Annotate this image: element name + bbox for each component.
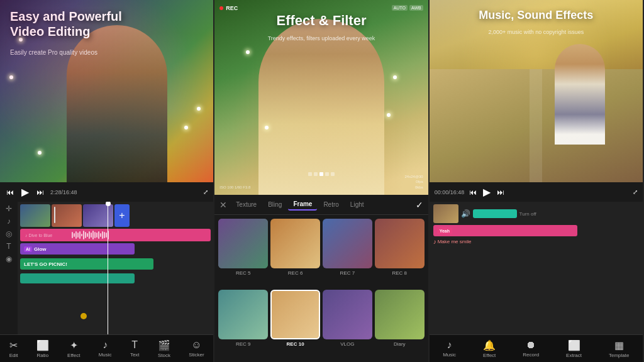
tb-effect[interactable]: ✦ Effect (67, 339, 80, 358)
p3-record-icon: ⏺ (526, 339, 536, 351)
filter-item-rec6[interactable]: REC 6 (270, 219, 320, 287)
edit-icon: ✂ (9, 339, 18, 351)
tb-music[interactable]: ♪ Music (99, 339, 112, 358)
yeah-bar-container: Yeah (433, 225, 639, 236)
tab-retro[interactable]: Retro (318, 199, 343, 210)
skater-person (555, 44, 605, 145)
tb-sticker[interactable]: ☺ Sticker (189, 339, 204, 358)
turn-off-label[interactable]: Turn off (519, 211, 536, 217)
skip-back-btn[interactable]: ⏮ (5, 187, 15, 198)
filter-item-diary[interactable]: Diary (375, 290, 425, 358)
tb-edit[interactable]: ✂ Edit (9, 339, 18, 358)
close-btn[interactable]: ✕ (219, 200, 227, 210)
panel-video-editing: Easy and Powerful Video Editing Easily c… (0, 0, 214, 362)
track-thumb-3[interactable] (83, 204, 113, 227)
ef-sparkle-4 (387, 113, 391, 117)
music-note-icon: ♪ (433, 238, 436, 245)
music-title: Music, Sound Effects (479, 9, 593, 22)
stock-icon: 🎬 (158, 339, 170, 351)
p3-tb-record[interactable]: ⏺ Record (523, 339, 539, 358)
filter-item-rec10[interactable]: REC 10 (270, 290, 320, 358)
timeline-cursor (108, 202, 108, 334)
cursor-handle[interactable] (106, 202, 111, 206)
hero-person (67, 25, 167, 182)
tool-stabilize[interactable]: ✛ (6, 204, 12, 213)
filter-thumb-rec7 (323, 219, 372, 268)
frame-dot-3 (319, 172, 323, 176)
filter-item-rec7[interactable]: REC 7 (323, 219, 372, 287)
auto-badge: AUTO AWB (392, 5, 423, 11)
cam-overlay-left: ISO 100 1/60 F3.8 (219, 185, 250, 190)
volume-icon[interactable]: 🔊 (461, 209, 470, 218)
p3-tb-extract[interactable]: ⬜ Extract (566, 339, 582, 358)
check-btn[interactable]: ✓ (416, 200, 423, 210)
label-tracks: AI Glow (20, 243, 211, 256)
video-thumb-row: 🔊 Turn off (433, 204, 639, 223)
tb-stock[interactable]: 🎬 Stock (158, 339, 170, 358)
tab-texture[interactable]: Texture (231, 199, 262, 210)
fullscreen-btn[interactable]: ⤢ (203, 189, 208, 195)
ef-title: Effect & Filter (276, 13, 366, 29)
tb-ratio[interactable]: ⬜ Ratio (36, 339, 49, 358)
frame-dot-4 (325, 172, 329, 176)
sparkle-3 (184, 126, 188, 129)
p3-tb-effect[interactable]: 🔔 Effect (483, 339, 496, 358)
tb-text[interactable]: T Text (130, 339, 140, 358)
add-track-btn[interactable]: + (114, 204, 130, 227)
p3-tb-template[interactable]: ▦ Template (609, 339, 629, 358)
text-icon: T (131, 339, 138, 351)
video-track: + (20, 204, 211, 227)
awb-tag: AWB (409, 5, 423, 11)
audio-track-pink[interactable]: ♪ Dive to Blue (20, 229, 211, 241)
tool-effects[interactable]: ◎ (6, 229, 12, 238)
make-smile-label[interactable]: ♪ Make me smile (433, 238, 472, 245)
music-icon: ♪ (103, 339, 108, 351)
filter-thumb-diary (375, 290, 425, 339)
yeah-bar[interactable]: Yeah (433, 225, 577, 236)
ef-sparkle-1 (246, 50, 250, 54)
skip-forward-btn[interactable]: ⏭ (35, 187, 45, 198)
tracks: + ♪ Dive to Blue (18, 202, 213, 334)
track-thumb-1[interactable] (20, 204, 50, 227)
yeah-label: Yeah (437, 228, 452, 234)
p3-play-btn[interactable]: ▶ (482, 185, 492, 199)
hero-title: Easy and Powerful Video Editing (10, 9, 122, 39)
p3-skip-fwd[interactable]: ⏭ (496, 187, 506, 198)
panel-effect-filter: REC AUTO AWB Effect & Filter Trendy effe… (214, 0, 429, 362)
filter-item-rec8[interactable]: REC 8 (375, 219, 425, 287)
tab-bling[interactable]: Bling (263, 199, 287, 210)
audio-track-teal[interactable] (20, 273, 135, 283)
volume-bar[interactable] (473, 209, 517, 218)
audio-label-music: ♪ Dive to Blue (23, 233, 55, 238)
filter-item-vlog[interactable]: VLOG (323, 290, 372, 358)
p3-skip-back[interactable]: ⏮ (468, 187, 478, 198)
hero-subtitle: Easily create Pro quality videos (10, 49, 97, 56)
hero-image-video: Easy and Powerful Video Editing Easily c… (0, 0, 213, 182)
side-tools: ✛ ♪ ◎ T ◉ (0, 202, 18, 334)
filter-thumb-vlog (323, 290, 372, 339)
green-tracks: LET'S GO PICNIC! (20, 258, 211, 272)
play-btn[interactable]: ▶ (20, 185, 30, 199)
label-track-glow[interactable]: AI Glow (20, 243, 135, 255)
p3-fullscreen[interactable]: ⤢ (633, 189, 638, 195)
sparkle-5 (197, 107, 201, 111)
tool-music[interactable]: ♪ (7, 217, 11, 226)
track-thumb-2[interactable] (52, 204, 82, 227)
filter-item-rec9[interactable]: REC 9 (218, 290, 268, 358)
p3-tb-music[interactable]: ♪ Music (443, 339, 456, 358)
tab-frame[interactable]: Frame (288, 199, 317, 211)
filter-item-rec5[interactable]: REC 5 (218, 219, 268, 287)
tab-light[interactable]: Light (345, 199, 369, 210)
filter-tabs: ✕ Texture Bling Frame Retro Light ✓ (214, 195, 428, 215)
make-smile-row: ♪ Make me smile (433, 238, 639, 245)
ef-sparkle-2 (393, 75, 397, 79)
p3-template-icon: ▦ (614, 339, 624, 351)
tool-text[interactable]: T (6, 242, 11, 251)
sticker-icon: ☺ (191, 339, 201, 351)
road-bg (430, 69, 643, 182)
ratio-icon: ⬜ (36, 339, 49, 351)
tool-sticker[interactable]: ◉ (6, 255, 12, 263)
label-track-picnic[interactable]: LET'S GO PICNIC! (20, 258, 153, 270)
auto-tag: AUTO (392, 5, 408, 11)
video-thumb-music[interactable] (433, 204, 458, 223)
